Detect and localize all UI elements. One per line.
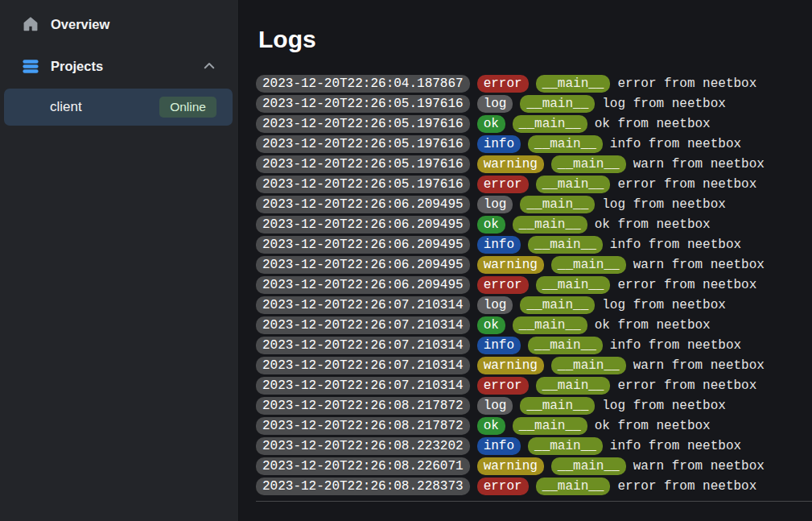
level-badge: ok bbox=[477, 316, 505, 334]
sidebar-item-overview-label: Overview bbox=[51, 17, 109, 32]
log-message: log from neetbox bbox=[602, 97, 726, 111]
log-message: warn from neetbox bbox=[633, 258, 765, 272]
home-icon bbox=[22, 15, 39, 33]
log-row: 2023-12-20T22:26:08.226071 warning __mai… bbox=[256, 457, 812, 475]
status-badge: Online bbox=[159, 97, 216, 118]
level-badge: info bbox=[477, 135, 521, 153]
level-badge: info bbox=[477, 337, 521, 354]
log-row: 2023-12-20T22:26:07.210314 log __main__ … bbox=[256, 296, 812, 314]
log-message: warn from neetbox bbox=[633, 459, 765, 473]
module-badge: __main__ bbox=[536, 377, 611, 395]
level-badge: warning bbox=[477, 155, 544, 173]
page-title: Logs bbox=[258, 26, 812, 54]
timestamp-badge: 2023-12-20T22:26:06.209495 bbox=[256, 196, 470, 213]
level-badge: error bbox=[477, 276, 529, 294]
log-message: error from neetbox bbox=[617, 278, 756, 292]
level-badge: ok bbox=[477, 417, 505, 435]
log-row: 2023-12-20T22:26:07.210314 warning __mai… bbox=[256, 357, 812, 374]
log-message: info from neetbox bbox=[610, 238, 741, 252]
timestamp-badge: 2023-12-20T22:26:07.210314 bbox=[256, 296, 470, 314]
module-badge: __main__ bbox=[513, 316, 587, 334]
timestamp-badge: 2023-12-20T22:26:07.210314 bbox=[256, 377, 470, 395]
log-message: info from neetbox bbox=[610, 338, 741, 353]
timestamp-badge: 2023-12-20T22:26:05.197616 bbox=[256, 176, 470, 193]
timestamp-badge: 2023-12-20T22:26:05.197616 bbox=[256, 135, 470, 153]
log-row: 2023-12-20T22:26:08.217872 log __main__ … bbox=[256, 397, 812, 415]
log-row: 2023-12-20T22:26:07.210314 ok __main__ o… bbox=[256, 316, 812, 334]
log-row: 2023-12-20T22:26:05.197616 info __main__… bbox=[256, 135, 812, 153]
log-message: log from neetbox bbox=[602, 399, 726, 413]
timestamp-badge: 2023-12-20T22:26:05.197616 bbox=[256, 115, 470, 133]
sidebar-item-projects-label: Projects bbox=[51, 59, 103, 74]
log-message: error from neetbox bbox=[617, 177, 756, 192]
level-badge: error bbox=[477, 478, 529, 495]
level-badge: ok bbox=[477, 115, 505, 133]
module-badge: __main__ bbox=[551, 457, 626, 475]
module-badge: __main__ bbox=[528, 135, 603, 153]
module-badge: __main__ bbox=[528, 437, 603, 455]
timestamp-badge: 2023-12-20T22:26:04.187867 bbox=[256, 75, 470, 93]
level-badge: error bbox=[477, 75, 529, 93]
module-badge: __main__ bbox=[520, 196, 595, 213]
log-row: 2023-12-20T22:26:08.217872 ok __main__ o… bbox=[256, 417, 812, 435]
log-message: log from neetbox bbox=[602, 197, 726, 212]
level-badge: error bbox=[477, 176, 529, 193]
log-row: 2023-12-20T22:26:07.210314 info __main__… bbox=[256, 337, 812, 354]
log-message: info from neetbox bbox=[610, 137, 741, 151]
level-badge: warning bbox=[477, 357, 544, 374]
timestamp-badge: 2023-12-20T22:26:05.197616 bbox=[256, 155, 470, 173]
log-message: warn from neetbox bbox=[633, 157, 765, 172]
bottom-divider bbox=[256, 501, 812, 502]
log-row: 2023-12-20T22:26:08.223202 info __main__… bbox=[256, 437, 812, 455]
module-badge: __main__ bbox=[520, 95, 595, 113]
level-badge: warning bbox=[477, 457, 544, 475]
log-message: ok from neetbox bbox=[595, 117, 711, 131]
timestamp-badge: 2023-12-20T22:26:08.217872 bbox=[256, 417, 470, 435]
log-row: 2023-12-20T22:26:06.209495 warning __mai… bbox=[256, 256, 812, 274]
log-row: 2023-12-20T22:26:08.228373 error __main_… bbox=[256, 478, 812, 495]
log-message: ok from neetbox bbox=[595, 419, 711, 433]
level-badge: log bbox=[477, 397, 513, 415]
timestamp-badge: 2023-12-20T22:26:08.217872 bbox=[256, 397, 470, 415]
module-badge: __main__ bbox=[536, 176, 611, 193]
timestamp-badge: 2023-12-20T22:26:08.228373 bbox=[256, 478, 470, 495]
log-row: 2023-12-20T22:26:06.209495 ok __main__ o… bbox=[256, 216, 812, 234]
module-badge: __main__ bbox=[551, 256, 626, 274]
log-message: warn from neetbox bbox=[633, 358, 765, 373]
sidebar-item-projects[interactable]: Projects bbox=[0, 48, 238, 84]
level-badge: log bbox=[477, 196, 513, 213]
menu-icon bbox=[22, 57, 39, 75]
timestamp-badge: 2023-12-20T22:26:06.209495 bbox=[256, 216, 470, 234]
log-message: error from neetbox bbox=[617, 76, 756, 91]
level-badge: log bbox=[477, 95, 513, 113]
timestamp-badge: 2023-12-20T22:26:06.209495 bbox=[256, 236, 470, 254]
level-badge: error bbox=[477, 377, 529, 395]
module-badge: __main__ bbox=[528, 337, 603, 354]
log-row: 2023-12-20T22:26:06.209495 info __main__… bbox=[256, 236, 812, 254]
timestamp-badge: 2023-12-20T22:26:07.210314 bbox=[256, 357, 470, 374]
timestamp-badge: 2023-12-20T22:26:08.223202 bbox=[256, 437, 470, 455]
level-badge: info bbox=[477, 236, 521, 254]
module-badge: __main__ bbox=[536, 276, 611, 294]
module-badge: __main__ bbox=[551, 357, 626, 374]
timestamp-badge: 2023-12-20T22:26:07.210314 bbox=[256, 316, 470, 334]
module-badge: __main__ bbox=[528, 236, 603, 254]
log-message: info from neetbox bbox=[610, 439, 741, 453]
log-row: 2023-12-20T22:26:05.197616 ok __main__ o… bbox=[256, 115, 812, 133]
sidebar-item-overview[interactable]: Overview bbox=[0, 6, 238, 42]
log-row: 2023-12-20T22:26:05.197616 error __main_… bbox=[256, 176, 812, 193]
sidebar-item-client[interactable]: client Online bbox=[4, 89, 233, 126]
log-message: log from neetbox bbox=[602, 298, 726, 312]
timestamp-badge: 2023-12-20T22:26:07.210314 bbox=[256, 337, 470, 354]
timestamp-badge: 2023-12-20T22:26:06.209495 bbox=[256, 256, 470, 274]
chevron-up-icon[interactable] bbox=[202, 59, 216, 73]
timestamp-badge: 2023-12-20T22:26:05.197616 bbox=[256, 95, 470, 113]
module-badge: __main__ bbox=[513, 216, 587, 234]
log-row: 2023-12-20T22:26:05.197616 log __main__ … bbox=[256, 95, 812, 113]
module-badge: __main__ bbox=[536, 478, 611, 495]
module-badge: __main__ bbox=[551, 155, 626, 173]
level-badge: info bbox=[477, 437, 521, 455]
module-badge: __main__ bbox=[513, 417, 587, 435]
level-badge: warning bbox=[477, 256, 544, 274]
level-badge: ok bbox=[477, 216, 505, 234]
